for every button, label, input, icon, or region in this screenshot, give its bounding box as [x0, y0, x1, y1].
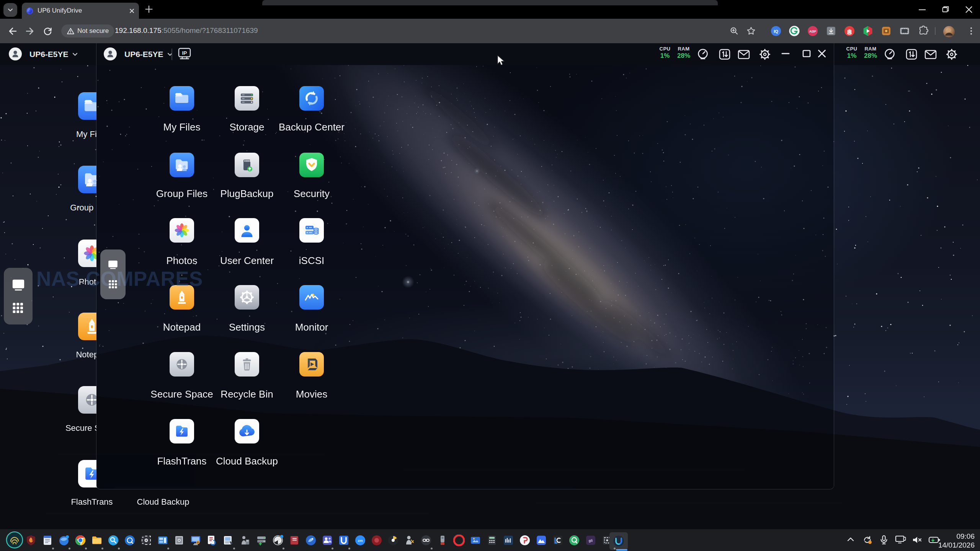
svg-text:ABP: ABP	[809, 29, 816, 33]
svg-text:gli: gli	[589, 539, 593, 543]
svg-text:zm: zm	[358, 538, 363, 543]
svg-text:IQ: IQ	[774, 29, 778, 34]
svg-text:IP: IP	[182, 50, 187, 56]
